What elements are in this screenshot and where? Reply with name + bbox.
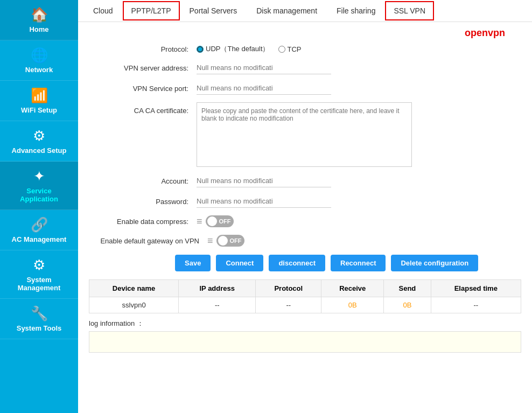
compress-toggle[interactable]: OFF (206, 215, 234, 227)
col-send: Send (384, 280, 431, 297)
sidebar-item-wifi[interactable]: 📶 WiFi Setup (0, 81, 78, 121)
protocol-tcp-option[interactable]: TCP (278, 45, 302, 53)
compress-toggle-knob (207, 216, 217, 226)
vpn-status-table: Device name IP address Protocol Receive … (89, 279, 521, 313)
protocol-udp-label: UDP（The default） (206, 44, 270, 54)
tab-bar: Cloud PPTP/L2TP Portal Servers Disk mana… (78, 0, 532, 22)
password-row: Password: (89, 195, 521, 208)
sidebar-item-network[interactable]: 🌐 Network (0, 40, 78, 81)
sidebar-label-system: SystemManagement (18, 276, 60, 292)
vpn-server-input[interactable] (197, 61, 331, 74)
table-header-row: Device name IP address Protocol Receive … (89, 280, 521, 297)
tab-cloud[interactable]: Cloud (83, 0, 123, 22)
sidebar-item-home[interactable]: 🏠 Home (0, 0, 78, 40)
cell-protocol: -- (256, 297, 321, 313)
compress-label: Enable data compress: (89, 218, 197, 226)
protocol-radio-group: UDP（The default） TCP (197, 44, 302, 54)
account-input[interactable] (197, 174, 331, 187)
ca-cert-textarea[interactable] (197, 102, 412, 167)
openvpn-label: openvpn (89, 27, 521, 39)
vpn-port-row: VPN Service port: (89, 82, 521, 95)
compress-toggle-container: ≡ OFF (197, 215, 234, 227)
wifi-icon: 📶 (31, 87, 48, 104)
col-ip: IP address (179, 280, 256, 297)
sidebar-label-service: ServiceApplication (20, 187, 58, 203)
tab-filesharing[interactable]: File sharing (327, 0, 385, 22)
cell-receive: 0B (321, 297, 384, 313)
col-device: Device name (89, 280, 179, 297)
log-label: log information ： (89, 319, 521, 328)
vpn-port-label: VPN Service port: (89, 85, 197, 93)
connect-button[interactable]: Connect (216, 255, 263, 271)
vpn-server-row: VPN server address: (89, 61, 521, 74)
delete-button[interactable]: Delete configuration (391, 255, 478, 271)
cell-device: sslvpn0 (89, 297, 179, 313)
sidebar-item-service[interactable]: ✦ ServiceApplication (0, 162, 78, 210)
account-label: Account: (89, 177, 197, 185)
ca-cert-label: CA CA certificate: (89, 107, 197, 115)
protocol-label: Protocol: (89, 45, 197, 53)
compress-row: Enable data compress: ≡ OFF (89, 215, 521, 227)
save-button[interactable]: Save (175, 255, 211, 271)
gateway-toggle-knob (218, 236, 228, 246)
tab-portal[interactable]: Portal Servers (180, 0, 247, 22)
home-icon: 🏠 (31, 6, 48, 23)
table-row: sslvpn0 -- -- 0B 0B -- (89, 297, 521, 313)
protocol-udp-radio[interactable] (197, 46, 204, 53)
compress-lines-icon: ≡ (197, 216, 202, 227)
main-content: Cloud PPTP/L2TP Portal Servers Disk mana… (78, 0, 532, 413)
vpn-port-input[interactable] (197, 82, 331, 95)
log-section: log information ： (89, 319, 521, 353)
ca-cert-row: CA CA certificate: (89, 102, 521, 167)
account-row: Account: (89, 174, 521, 187)
sidebar-item-advanced[interactable]: ⚙ Advanced Setup (0, 121, 78, 162)
sidebar-item-tools[interactable]: 🔧 System Tools (0, 299, 78, 339)
col-protocol: Protocol (256, 280, 321, 297)
gateway-label: Enable default gateway on VPN (89, 237, 207, 245)
network-icon: 🌐 (31, 47, 48, 64)
sidebar-label-tools: System Tools (17, 324, 62, 332)
sidebar-label-home: Home (29, 25, 48, 33)
password-input[interactable] (197, 195, 331, 208)
sidebar-item-system[interactable]: ⚙ SystemManagement (0, 250, 78, 299)
protocol-row: Protocol: UDP（The default） TCP (89, 44, 521, 54)
advanced-icon: ⚙ (33, 128, 45, 144)
gateway-toggle-container: ≡ OFF (207, 235, 244, 247)
cell-elapsed: -- (431, 297, 521, 313)
system-icon: ⚙ (33, 257, 45, 274)
service-icon: ✦ (33, 168, 45, 185)
compress-toggle-label: OFF (219, 218, 231, 225)
password-label: Password: (89, 198, 197, 206)
gateway-toggle-label: OFF (230, 237, 242, 244)
cell-send: 0B (384, 297, 431, 313)
protocol-tcp-label: TCP (288, 45, 302, 53)
protocol-udp-option[interactable]: UDP（The default） (197, 44, 270, 54)
cell-ip: -- (179, 297, 256, 313)
sidebar-label-ac: AC Management (12, 235, 67, 243)
vpn-server-label: VPN server address: (89, 64, 197, 72)
action-buttons: Save Connect disconnect Reconnect Delete… (175, 255, 521, 271)
sidebar-label-advanced: Advanced Setup (12, 146, 67, 155)
sidebar-label-wifi: WiFi Setup (21, 106, 57, 114)
tab-pptp[interactable]: PPTP/L2TP (123, 1, 180, 20)
disconnect-button[interactable]: disconnect (269, 255, 325, 271)
tab-disk[interactable]: Disk management (247, 0, 327, 22)
gateway-row: Enable default gateway on VPN ≡ OFF (89, 235, 521, 247)
gateway-lines-icon: ≡ (207, 235, 213, 247)
ac-icon: 🔗 (31, 216, 48, 233)
sidebar: 🏠 Home 🌐 Network 📶 WiFi Setup ⚙ Advanced… (0, 0, 78, 413)
protocol-tcp-radio[interactable] (278, 46, 285, 53)
col-elapsed: Elapsed time (431, 280, 521, 297)
tab-sslvpn[interactable]: SSL VPN (385, 1, 434, 20)
sidebar-item-ac[interactable]: 🔗 AC Management (0, 210, 78, 250)
reconnect-button[interactable]: Reconnect (331, 255, 386, 271)
tools-icon: 🔧 (31, 305, 48, 322)
sidebar-label-network: Network (25, 66, 53, 74)
gateway-toggle[interactable]: OFF (216, 235, 244, 247)
log-box (89, 331, 521, 353)
content-area: openvpn Protocol: UDP（The default） TCP V… (78, 22, 532, 413)
col-receive: Receive (321, 280, 384, 297)
